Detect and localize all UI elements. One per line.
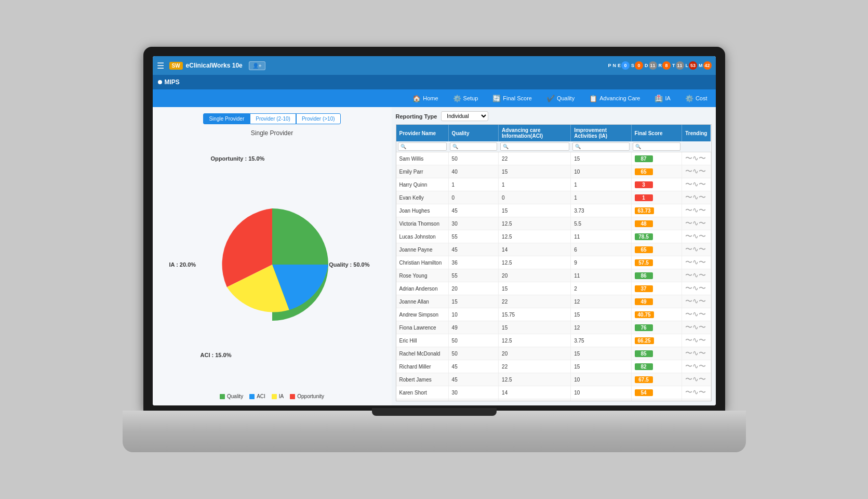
- cell-final-score: 85: [631, 347, 682, 360]
- tab-provider-2-10[interactable]: Provider (2-10): [250, 113, 296, 124]
- menu-icon[interactable]: ☰: [157, 61, 164, 71]
- table-row: Kylie May 55 12.5 15 82.5 〜∿〜: [396, 399, 711, 402]
- cell-ia: 2: [571, 282, 631, 295]
- cell-trending: 〜∿〜: [682, 152, 711, 165]
- cell-trending: 〜∿〜: [682, 295, 711, 308]
- label-ia: IA : 20.0%: [169, 261, 196, 268]
- cell-quality: 36: [448, 256, 498, 269]
- cell-quality: 45: [448, 204, 498, 217]
- cell-trending: 〜∿〜: [682, 243, 711, 256]
- mips-dot: [158, 80, 162, 84]
- cell-provider-name: Rachel McDonald: [396, 347, 449, 360]
- cell-provider-name: Emily Parr: [396, 165, 449, 178]
- cell-trending: 〜∿〜: [682, 308, 711, 321]
- nav-quality[interactable]: ✔️ Quality: [543, 93, 578, 104]
- nav-ia[interactable]: 🏥 IA: [651, 93, 673, 104]
- nav-bar: 🏠 Home ⚙️ Setup 🔄 Final Score ✔️ Quality…: [153, 89, 716, 107]
- cell-trending: 〜∿〜: [682, 269, 711, 282]
- cell-aci: 22: [499, 295, 571, 308]
- table-row: Fiona Lawrence 49 15 12 76 〜∿〜: [396, 321, 711, 334]
- legend-dot-aci: [249, 394, 255, 399]
- cell-ia: 5.5: [571, 217, 631, 230]
- nav-setup-label: Setup: [463, 95, 478, 101]
- cell-ia: 15: [571, 347, 631, 360]
- cell-provider-name: Andrew Simpson: [396, 308, 449, 321]
- cell-provider-name: Richard Miller: [396, 360, 449, 373]
- cell-final-score: 48: [631, 217, 682, 230]
- nav-setup[interactable]: ⚙️ Setup: [450, 93, 482, 104]
- badge-p[interactable]: P: [608, 63, 611, 68]
- report-type-row: Reporting Type Individual Group: [396, 111, 712, 121]
- cell-ia: 9: [571, 256, 631, 269]
- search-ia[interactable]: [572, 142, 630, 151]
- badge-n[interactable]: N: [612, 63, 616, 68]
- tab-provider-gt10[interactable]: Provider (>10): [296, 113, 341, 124]
- cell-aci: 15.75: [499, 308, 571, 321]
- cell-final-score: 66.25: [631, 334, 682, 347]
- app-name: eClinicalWorks 10e: [186, 62, 243, 69]
- cell-final-score: 86: [631, 269, 682, 282]
- cell-provider-name: Karen Short: [396, 386, 449, 399]
- cost-icon: ⚙️: [685, 95, 693, 102]
- search-provider-name[interactable]: [398, 142, 447, 151]
- reporting-type-select[interactable]: Individual Group: [441, 111, 488, 121]
- cell-provider-name: Rose Young: [396, 269, 449, 282]
- nav-final-score[interactable]: 🔄 Final Score: [489, 93, 535, 104]
- badge-l[interactable]: L 53: [686, 61, 698, 70]
- cell-aci: 15: [499, 282, 571, 295]
- badge-e[interactable]: E 0: [618, 61, 630, 70]
- legend-ia: IA: [272, 393, 284, 399]
- cell-quality: 55: [448, 230, 498, 243]
- legend-dot-opportunity: [290, 394, 295, 399]
- cell-trending: 〜∿〜: [682, 334, 711, 347]
- cell-quality: 1: [448, 178, 498, 191]
- table-row: Robert James 45 12.5 10 67.5 〜∿〜: [396, 373, 711, 386]
- cell-trending: 〜∿〜: [682, 256, 711, 269]
- cell-ia: 6: [571, 243, 631, 256]
- cell-final-score: 49: [631, 295, 682, 308]
- cell-provider-name: Joanne Allan: [396, 295, 449, 308]
- badge-r[interactable]: R 8: [659, 61, 671, 70]
- search-final-score[interactable]: [633, 142, 680, 151]
- cell-final-score: 3: [631, 178, 682, 191]
- cell-quality: 49: [448, 321, 498, 334]
- cell-aci: 12.5: [499, 230, 571, 243]
- cell-provider-name: Lucas Johnston: [396, 230, 449, 243]
- badge-s[interactable]: S 0: [631, 61, 643, 70]
- cell-ia: 10: [571, 165, 631, 178]
- badge-t[interactable]: T 11: [672, 61, 684, 70]
- nav-home-label: Home: [423, 95, 438, 101]
- nav-ia-label: IA: [665, 95, 670, 101]
- table-row: Joanne Allan 15 22 12 49 〜∿〜: [396, 295, 711, 308]
- cell-provider-name: Victoria Thomson: [396, 217, 449, 230]
- table-row: Sam Willis 50 22 15 87 〜∿〜: [396, 152, 711, 165]
- data-table: Provider Name Quality Advancing care Inf…: [396, 124, 712, 401]
- badge-d[interactable]: D 11: [645, 61, 657, 70]
- chart-title: Single Provider: [159, 129, 385, 137]
- cell-ia: 3.75: [571, 334, 631, 347]
- cell-trending: 〜∿〜: [682, 191, 711, 204]
- cell-quality: 0: [448, 191, 498, 204]
- cell-ia: 12: [571, 321, 631, 334]
- col-final-score: Final Score: [631, 125, 682, 141]
- cell-trending: 〜∿〜: [682, 204, 711, 217]
- table-row: Rose Young 55 20 11 86 〜∿〜: [396, 269, 711, 282]
- cell-provider-name: Evan Kelly: [396, 191, 449, 204]
- label-quality: Quality : 50.0%: [329, 261, 369, 268]
- cell-trending: 〜∿〜: [682, 178, 711, 191]
- badge-m[interactable]: M 42: [699, 61, 712, 70]
- search-aci[interactable]: [500, 142, 569, 151]
- nav-home[interactable]: 🏠 Home: [409, 93, 441, 104]
- col-ia: Improvement Activities (IA): [571, 125, 631, 141]
- table-row: Adrian Anderson 20 15 2 37 〜∿〜: [396, 282, 711, 295]
- quality-icon: ✔️: [546, 95, 555, 102]
- user-icon-button[interactable]: 👤+: [249, 61, 265, 70]
- nav-cost[interactable]: ⚙️ Cost: [682, 93, 711, 104]
- cell-aci: 15: [499, 204, 571, 217]
- cell-aci: 22: [499, 152, 571, 165]
- nav-advancing-care[interactable]: 📋 Advancing Care: [586, 93, 643, 104]
- cell-ia: 1: [571, 178, 631, 191]
- tab-single-provider[interactable]: Single Provider: [203, 113, 250, 124]
- cell-ia: 3.73: [571, 204, 631, 217]
- search-quality[interactable]: [450, 142, 497, 151]
